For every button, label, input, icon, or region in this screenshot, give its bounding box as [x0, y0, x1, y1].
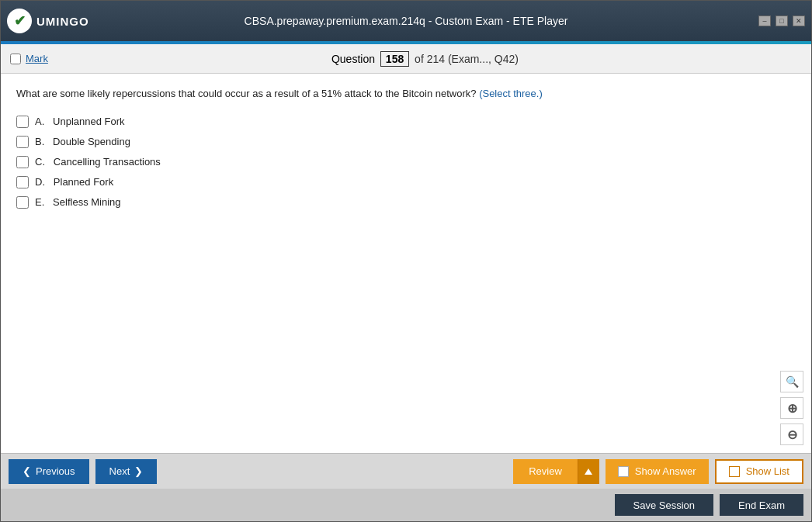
list-item: B. Double Spending: [16, 136, 796, 148]
mark-checkbox[interactable]: [10, 54, 21, 64]
end-exam-label: End Exam: [738, 500, 785, 511]
save-session-button[interactable]: Save Session: [615, 494, 714, 516]
list-item: C. Cancelling Transactions: [16, 156, 796, 168]
next-label: Next: [109, 465, 130, 477]
end-exam-button[interactable]: End Exam: [720, 494, 803, 516]
option-c-checkbox[interactable]: [16, 156, 29, 168]
previous-button[interactable]: ❮ Previous: [9, 459, 89, 484]
save-session-label: Save Session: [633, 500, 696, 511]
review-dropdown-button[interactable]: [578, 459, 599, 484]
maximize-button[interactable]: □: [776, 16, 788, 26]
list-item: A. Unplanned Fork: [16, 116, 796, 128]
review-container: Review: [513, 459, 599, 484]
chevron-right-icon: ❯: [134, 465, 143, 477]
mark-container: Mark: [10, 53, 48, 64]
option-b-checkbox[interactable]: [16, 136, 29, 148]
question-label: Question: [331, 53, 375, 65]
window-controls: – □ ✕: [758, 16, 805, 26]
logo-text: UMINGO: [36, 15, 89, 28]
zoom-in-button[interactable]: ⊕: [780, 397, 803, 419]
option-d-checkbox[interactable]: [16, 176, 29, 188]
question-number-box: 158: [380, 51, 409, 67]
close-button[interactable]: ✕: [793, 16, 805, 26]
nav-bar: ❮ Previous Next ❯ Review Show Answer: [1, 453, 811, 489]
question-body: What are some likely repercussions that …: [1, 74, 811, 453]
option-d-label: D. Planned Fork: [35, 176, 113, 188]
mark-label[interactable]: Mark: [26, 53, 48, 64]
zoom-out-button[interactable]: ⊖: [780, 423, 803, 445]
logo: ✔ UMINGO: [7, 9, 89, 33]
side-tools: 🔍 ⊕ ⊖: [780, 371, 803, 445]
main-window: ✔ UMINGO CBSA.prepaway.premium.exam.214q…: [0, 0, 812, 522]
next-button[interactable]: Next ❯: [95, 459, 158, 484]
select-instruction: (Select three.): [479, 88, 543, 99]
show-list-label: Show List: [746, 465, 789, 477]
dropdown-arrow-icon: [585, 468, 592, 475]
search-button[interactable]: 🔍: [780, 371, 803, 392]
review-label: Review: [529, 465, 562, 477]
show-list-button[interactable]: Show List: [715, 459, 803, 484]
option-a-checkbox[interactable]: [16, 116, 29, 128]
show-answer-label: Show Answer: [635, 465, 696, 477]
previous-label: Previous: [36, 465, 75, 477]
options-list: A. Unplanned Fork B. Double Spending C. …: [16, 116, 796, 209]
option-b-label: B. Double Spending: [35, 136, 130, 147]
option-e-label: E. Selfless Mining: [35, 196, 121, 208]
question-number-display: Question 158 of 214 (Exam..., Q42): [331, 51, 519, 67]
option-a-label: A. Unplanned Fork: [35, 116, 125, 127]
logo-icon: ✔: [7, 9, 32, 33]
chevron-left-icon: ❮: [23, 465, 31, 477]
window-title: CBSA.prepaway.premium.exam.214q - Custom…: [245, 15, 568, 27]
exam-info: of 214 (Exam..., Q42): [415, 53, 519, 65]
titlebar: ✔ UMINGO CBSA.prepaway.premium.exam.214q…: [1, 1, 811, 41]
option-c-label: C. Cancelling Transactions: [35, 156, 161, 168]
show-list-checkbox-icon: [729, 466, 740, 477]
review-main: Review: [513, 459, 578, 484]
option-e-checkbox[interactable]: [16, 196, 29, 209]
show-answer-checkbox-icon: [618, 466, 629, 477]
question-text: What are some likely repercussions that …: [16, 86, 796, 102]
review-button[interactable]: Review: [513, 459, 578, 484]
list-item: E. Selfless Mining: [16, 196, 796, 209]
action-bar: Save Session End Exam: [1, 489, 811, 521]
question-header: Mark Question 158 of 214 (Exam..., Q42): [1, 44, 811, 74]
show-answer-button[interactable]: Show Answer: [606, 459, 709, 484]
minimize-button[interactable]: –: [758, 16, 771, 26]
list-item: D. Planned Fork: [16, 176, 796, 188]
